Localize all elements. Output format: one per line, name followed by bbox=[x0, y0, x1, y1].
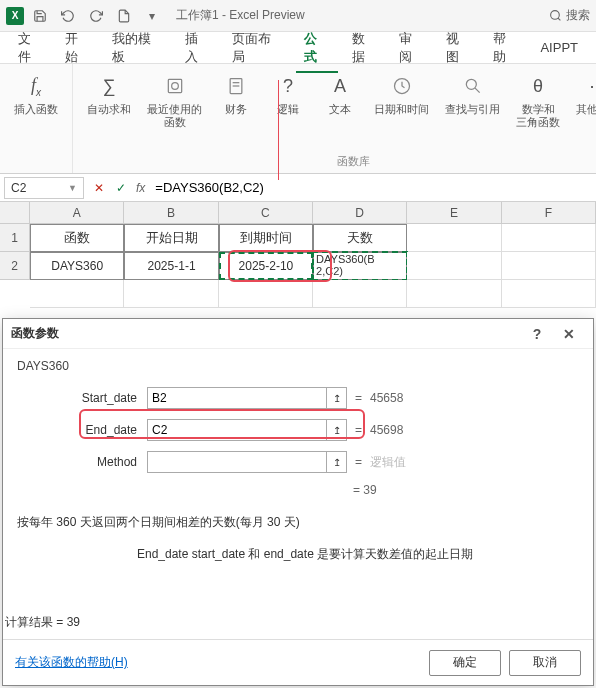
column-header-A[interactable]: A bbox=[30, 202, 124, 224]
math-button[interactable]: θ数学和 三角函数 bbox=[512, 70, 564, 131]
column-header-C[interactable]: C bbox=[219, 202, 313, 224]
ok-button[interactable]: 确定 bbox=[429, 650, 501, 676]
column-headers: ABCDEF bbox=[30, 202, 596, 224]
ribbon-group-function-library: ∑自动求和 最近使用的 函数 财务 ?逻辑 A文本 日期和时间 查找与引用 θ数… bbox=[73, 64, 596, 173]
parameter-description: End_date start_date 和 end_date 是要计算天数差值的… bbox=[17, 546, 579, 563]
column-header-F[interactable]: F bbox=[502, 202, 596, 224]
end-date-input[interactable] bbox=[147, 419, 327, 441]
formula-input[interactable] bbox=[149, 177, 596, 199]
help-icon[interactable]: ? bbox=[521, 320, 553, 348]
range-picker-icon[interactable]: ↥ bbox=[327, 451, 347, 473]
column-header-B[interactable]: B bbox=[124, 202, 218, 224]
cell-D3[interactable] bbox=[313, 280, 407, 308]
svg-point-3 bbox=[171, 83, 178, 90]
table-row: DAYS360 2025-1-1 2025-2-10 DAYS360(B 2,C… bbox=[30, 252, 596, 280]
row-headers: 12 bbox=[0, 224, 30, 280]
function-description: 按每年 360 天返回两个日期间相差的天数(每月 30 天) bbox=[17, 513, 579, 532]
recent-functions-button[interactable]: 最近使用的 函数 bbox=[143, 70, 206, 131]
other-functions-button[interactable]: ⋯其他函数 bbox=[572, 70, 596, 118]
cell-A1[interactable]: 函数 bbox=[30, 224, 124, 252]
cell-E1[interactable] bbox=[407, 224, 501, 252]
row-header-2[interactable]: 2 bbox=[0, 252, 30, 280]
cell-D1[interactable]: 天数 bbox=[313, 224, 407, 252]
lookup-icon bbox=[459, 72, 487, 100]
financial-icon bbox=[222, 72, 250, 100]
group-label: 函数库 bbox=[337, 152, 370, 171]
cell-C1[interactable]: 到期时间 bbox=[219, 224, 313, 252]
svg-line-1 bbox=[558, 18, 560, 20]
clock-icon bbox=[388, 72, 416, 100]
cell-F3[interactable] bbox=[502, 280, 596, 308]
dialog-titlebar[interactable]: 函数参数 ? ✕ bbox=[3, 319, 593, 349]
function-help-link[interactable]: 有关该函数的帮助(H) bbox=[15, 654, 128, 671]
svg-line-9 bbox=[475, 88, 480, 93]
search-box[interactable]: 搜索 bbox=[549, 7, 590, 24]
recent-icon bbox=[161, 72, 189, 100]
start-date-input[interactable] bbox=[147, 387, 327, 409]
lookup-button[interactable]: 查找与引用 bbox=[441, 70, 504, 118]
logical-button[interactable]: ?逻辑 bbox=[266, 70, 310, 118]
cancel-formula-icon[interactable]: ✕ bbox=[88, 177, 110, 199]
cell-D2[interactable]: DAYS360(B 2,C2) bbox=[313, 252, 407, 280]
formula-bar: C2▼ ✕ ✓ fx bbox=[0, 174, 596, 202]
logical-icon: ? bbox=[274, 72, 302, 100]
cell-F1[interactable] bbox=[502, 224, 596, 252]
param-row-method: Method ↥ = 逻辑值 bbox=[17, 451, 579, 473]
row-header-1[interactable]: 1 bbox=[0, 224, 30, 252]
table-row bbox=[30, 280, 596, 308]
param-result: 45698 bbox=[370, 423, 403, 437]
more-icon: ⋯ bbox=[584, 72, 596, 100]
cell-A3[interactable] bbox=[30, 280, 124, 308]
cell-A2[interactable]: DAYS360 bbox=[30, 252, 124, 280]
column-header-D[interactable]: D bbox=[313, 202, 407, 224]
dialog-title: 函数参数 bbox=[11, 325, 59, 342]
datetime-button[interactable]: 日期和时间 bbox=[370, 70, 433, 118]
cell-F2[interactable] bbox=[502, 252, 596, 280]
dialog-footer: 有关该函数的帮助(H) 确定 取消 bbox=[3, 639, 593, 685]
theta-icon: θ bbox=[524, 72, 552, 100]
calculation-result: 计算结果 = 39 bbox=[5, 614, 80, 631]
financial-button[interactable]: 财务 bbox=[214, 70, 258, 118]
tab-公式[interactable]: 公式 bbox=[294, 24, 339, 72]
spreadsheet-grid[interactable]: ABCDEF 12 函数 开始日期 到期时间 天数 DAYS360 2025-1… bbox=[0, 202, 596, 326]
window-title: 工作簿1 - Excel Preview bbox=[176, 7, 305, 24]
autosum-button[interactable]: ∑自动求和 bbox=[83, 70, 135, 118]
svg-rect-2 bbox=[168, 79, 181, 92]
param-row-start-date: Start_date ↥ = 45658 bbox=[17, 387, 579, 409]
cells: 函数 开始日期 到期时间 天数 DAYS360 2025-1-1 2025-2-… bbox=[30, 224, 596, 308]
insert-function-button[interactable]: fx 插入函数 bbox=[10, 70, 62, 118]
cell-E3[interactable] bbox=[407, 280, 501, 308]
cell-B1[interactable]: 开始日期 bbox=[124, 224, 218, 252]
ribbon-tabs: 文件开始我的模板插入页面布局公式数据审阅视图帮助AIPPT bbox=[0, 32, 596, 64]
table-row: 函数 开始日期 到期时间 天数 bbox=[30, 224, 596, 252]
range-picker-icon[interactable]: ↥ bbox=[327, 419, 347, 441]
param-result: 逻辑值 bbox=[370, 454, 406, 471]
search-label: 搜索 bbox=[566, 7, 590, 24]
sigma-icon: ∑ bbox=[95, 72, 123, 100]
function-arguments-dialog: 函数参数 ? ✕ DAYS360 Start_date ↥ = 45658 En… bbox=[2, 318, 594, 686]
cancel-button[interactable]: 取消 bbox=[509, 650, 581, 676]
range-picker-icon[interactable]: ↥ bbox=[327, 387, 347, 409]
name-box[interactable]: C2▼ bbox=[4, 177, 84, 199]
column-header-E[interactable]: E bbox=[407, 202, 501, 224]
text-button[interactable]: A文本 bbox=[318, 70, 362, 118]
ribbon-group-insert-fn: fx 插入函数 bbox=[0, 64, 73, 173]
cell-C3[interactable] bbox=[219, 280, 313, 308]
cell-B3[interactable] bbox=[124, 280, 218, 308]
close-icon[interactable]: ✕ bbox=[553, 320, 585, 348]
text-icon: A bbox=[326, 72, 354, 100]
tab-AIPPT[interactable]: AIPPT bbox=[530, 34, 588, 61]
cell-B2[interactable]: 2025-1-1 bbox=[124, 252, 218, 280]
param-label: End_date bbox=[17, 423, 147, 437]
cell-C2[interactable]: 2025-2-10 bbox=[219, 252, 313, 280]
param-label: Method bbox=[17, 455, 147, 469]
select-all-corner[interactable] bbox=[0, 202, 30, 224]
param-label: Start_date bbox=[17, 391, 147, 405]
method-input[interactable] bbox=[147, 451, 327, 473]
fx-icon[interactable]: fx bbox=[132, 181, 149, 195]
svg-point-8 bbox=[466, 79, 476, 89]
confirm-formula-icon[interactable]: ✓ bbox=[110, 177, 132, 199]
cell-E2[interactable] bbox=[407, 252, 501, 280]
fx-icon: fx bbox=[22, 72, 50, 100]
function-name: DAYS360 bbox=[17, 359, 579, 373]
